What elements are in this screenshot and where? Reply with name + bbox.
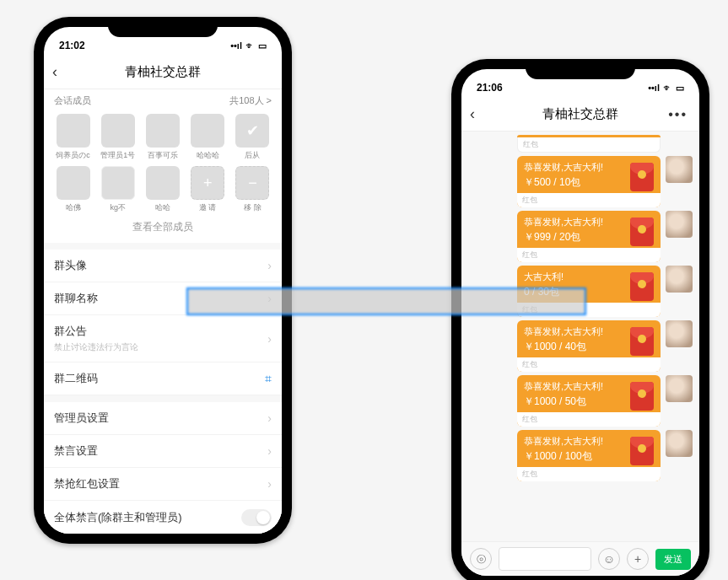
setting-qrcode[interactable]: 群二维码 ⌗ [44, 362, 282, 395]
chevron-icon: › [267, 444, 272, 458]
redpacket-message[interactable]: 恭喜发财,大吉大利!￥1000 / 100包红包 [468, 430, 693, 481]
redpacket-message[interactable]: 恭喜发财,大吉大利!￥1000 / 50包红包 [468, 375, 693, 427]
redpacket-icon [630, 327, 654, 356]
hb-tag: 红包 [517, 137, 661, 153]
remove-button[interactable]: −移 除 [232, 166, 273, 213]
toggle-mute-all[interactable] [241, 509, 272, 526]
member-avatar[interactable]: 哈哈哈 [187, 114, 229, 161]
redpacket-message[interactable]: 恭喜发财,大吉大利!￥500 / 10包红包 [468, 156, 693, 207]
members-header: 会话成员 共108人 > [44, 89, 282, 110]
member-avatar[interactable]: 哈哈 [142, 166, 183, 213]
navbar: ‹ 青柚社交总群 ••• [461, 98, 699, 132]
sender-avatar[interactable] [666, 211, 693, 238]
chat-list: 红包 恭喜发财,大吉大利!￥500 / 10包红包恭喜发财,大吉大利!￥999 … [461, 132, 699, 541]
input-bar: ⦾ ☺ + 发送 [461, 541, 699, 576]
send-button[interactable]: 发送 [655, 549, 691, 570]
setting-mute-all[interactable]: 全体禁言(除群主和管理员) [44, 501, 282, 534]
redpacket-icon [630, 272, 654, 301]
members-label: 会话成员 [54, 94, 91, 107]
message-input[interactable] [499, 547, 591, 571]
status-time: 21:06 [477, 82, 503, 94]
sender-avatar[interactable] [666, 430, 693, 457]
sender-avatar[interactable] [666, 156, 693, 183]
redpacket-message[interactable]: 恭喜发财,大吉大利!￥1000 / 40包红包 [468, 320, 693, 372]
member-avatar[interactable]: 管理员1号 [97, 114, 138, 161]
member-avatar[interactable]: 百事可乐 [142, 114, 183, 161]
chevron-icon: › [267, 411, 272, 425]
sender-avatar[interactable] [666, 320, 693, 347]
members-grid: 饲养员のc管理员1号百事可乐哈哈哈✔后从哈佛kg不哈哈+邀 请−移 除 [44, 110, 282, 215]
status-time: 21:02 [59, 40, 85, 51]
status-icons: ••ılᯤ▭ [230, 40, 267, 51]
member-avatar[interactable]: ✔后从 [232, 114, 273, 161]
more-icon[interactable]: ••• [668, 107, 688, 122]
setting-redpack-block[interactable]: 禁抢红包设置 › [44, 468, 282, 501]
hb-tag: 红包 [517, 193, 661, 207]
member-avatar[interactable]: kg不 [97, 166, 138, 213]
members-count[interactable]: 共108人 > [229, 94, 272, 107]
back-icon[interactable]: ‹ [470, 105, 475, 123]
sender-avatar[interactable] [666, 375, 693, 402]
redpacket-message[interactable]: 恭喜发财,大吉大利!￥999 / 20包红包 [468, 211, 693, 262]
redpacket-icon [630, 437, 654, 465]
redaction-box [186, 287, 586, 315]
sender-avatar[interactable] [666, 266, 693, 293]
member-avatar[interactable]: 哈佛 [52, 166, 94, 213]
voice-icon[interactable]: ⦾ [470, 548, 492, 570]
status-icons: ••ılᯤ▭ [648, 83, 684, 94]
setting-mute[interactable]: 禁言设置 › [44, 435, 282, 468]
setting-announcement[interactable]: 群公告 禁止讨论违法行为言论 › [44, 315, 282, 362]
qr-icon: ⌗ [265, 372, 272, 386]
member-avatar[interactable]: 饲养员のc [52, 114, 94, 161]
page-title: 青柚社交总群 [542, 106, 618, 122]
hb-tag: 红包 [517, 467, 661, 481]
invite-button[interactable]: +邀 请 [187, 166, 229, 213]
page-title: 青柚社交总群 [125, 64, 201, 80]
redpacket-icon [630, 163, 654, 191]
setting-admin[interactable]: 管理员设置 › [44, 402, 282, 435]
redpacket-icon [630, 382, 654, 411]
chevron-icon: › [267, 259, 272, 272]
emoji-icon[interactable]: ☺ [598, 548, 620, 570]
back-icon[interactable]: ‹ [52, 63, 57, 81]
setting-group-avatar[interactable]: 群头像 › [44, 250, 282, 282]
navbar: ‹ 青柚社交总群 [44, 56, 282, 89]
plus-icon[interactable]: + [627, 548, 649, 570]
hb-tag: 红包 [517, 248, 661, 262]
hb-tag: 红包 [517, 357, 661, 372]
view-all-members[interactable]: 查看全部成员 [44, 215, 282, 243]
redpacket-icon [630, 218, 654, 246]
hb-tag: 红包 [517, 412, 661, 427]
chevron-icon: › [267, 477, 272, 491]
chevron-icon: › [267, 332, 272, 346]
